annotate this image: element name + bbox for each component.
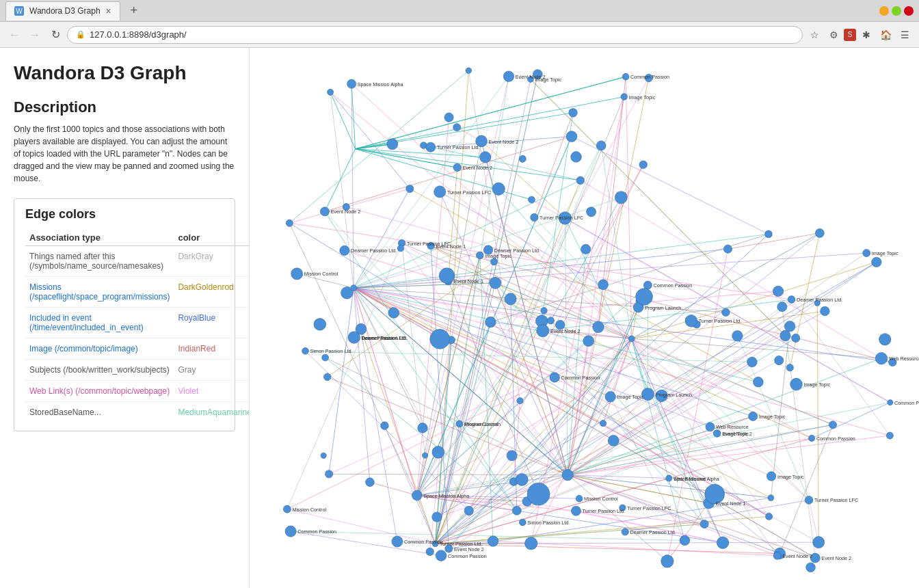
graph-node[interactable] <box>576 176 585 185</box>
graph-node[interactable] <box>464 506 473 515</box>
graph-node[interactable] <box>541 308 547 314</box>
close-button[interactable] <box>904 6 914 16</box>
assoc-type-cell[interactable]: Image (/common/topic/image) <box>25 338 174 359</box>
graph-node[interactable] <box>432 512 442 522</box>
graph-node[interactable] <box>323 373 331 381</box>
graph-node[interactable] <box>490 277 501 289</box>
graph-node[interactable] <box>749 412 758 420</box>
graph-node[interactable] <box>422 453 427 458</box>
graph-node[interactable] <box>747 357 758 367</box>
maximize-button[interactable] <box>892 6 901 16</box>
graph-node[interactable] <box>453 124 461 131</box>
graph-node[interactable] <box>636 289 653 306</box>
graph-node[interactable] <box>888 400 893 405</box>
graph-node[interactable] <box>348 332 360 343</box>
graph-node[interactable] <box>490 258 497 265</box>
graph-node[interactable] <box>397 245 404 252</box>
graph-node[interactable] <box>608 435 619 446</box>
back-button[interactable]: ← <box>5 26 23 44</box>
graph-node[interactable] <box>512 506 521 515</box>
graph-node[interactable] <box>773 286 783 296</box>
graph-area[interactable]: Common PassionCommon PassionWeb Resource… <box>250 48 919 588</box>
graph-node[interactable] <box>492 183 505 195</box>
graph-node[interactable] <box>430 329 450 349</box>
graph-node[interactable] <box>537 325 549 337</box>
graph-node[interactable] <box>821 306 830 316</box>
graph-node[interactable] <box>805 496 813 504</box>
graph-node[interactable] <box>829 421 836 429</box>
graph-node[interactable] <box>886 432 893 439</box>
graph-node[interactable] <box>788 296 795 304</box>
graph-node[interactable] <box>605 392 615 402</box>
graph-node[interactable] <box>600 420 606 427</box>
graph-node[interactable] <box>418 423 428 433</box>
graph-node[interactable] <box>581 244 591 254</box>
graph-node[interactable] <box>434 186 446 198</box>
graph-node[interactable] <box>786 364 793 371</box>
graph-node[interactable] <box>527 483 550 505</box>
assoc-type-cell[interactable]: Missions (/spaceflight/space_program/mis… <box>25 276 174 307</box>
graph-node[interactable] <box>732 331 743 342</box>
graph-node[interactable] <box>325 470 332 478</box>
graph-node[interactable] <box>576 495 583 502</box>
graph-node[interactable] <box>517 397 523 403</box>
graph-node[interactable] <box>286 219 293 226</box>
graph-node[interactable] <box>872 257 881 267</box>
address-bar[interactable]: 🔒 127.0.0.1:8898/d3graph/ <box>67 26 803 44</box>
graph-node[interactable] <box>328 89 334 95</box>
graph-node[interactable] <box>596 141 606 150</box>
tab-close-button[interactable]: × <box>106 5 111 16</box>
graph-node[interactable] <box>322 354 329 361</box>
graph-node[interactable] <box>571 506 581 516</box>
graph-node[interactable] <box>528 196 535 203</box>
assoc-type-cell[interactable]: Web Link(s) (/common/topic/webpage) <box>25 380 174 401</box>
new-tab-button[interactable]: + <box>124 1 144 21</box>
extension-button2[interactable]: 🏠 <box>877 26 894 44</box>
graph-node[interactable] <box>426 142 436 152</box>
graph-node[interactable] <box>519 155 526 162</box>
graph-node[interactable] <box>547 317 554 324</box>
graph-node[interactable] <box>598 280 609 290</box>
graph-node[interactable] <box>562 470 573 481</box>
graph-node[interactable] <box>767 472 776 481</box>
graph-node[interactable] <box>507 451 517 461</box>
graph-node[interactable] <box>531 213 538 221</box>
graph-node[interactable] <box>765 513 772 520</box>
graph-node[interactable] <box>700 520 708 528</box>
graph-node[interactable] <box>302 347 309 354</box>
graph-node[interactable] <box>661 555 674 568</box>
graph-node[interactable] <box>320 207 329 216</box>
graph-node[interactable] <box>479 152 490 163</box>
graph-node[interactable] <box>784 321 795 332</box>
reload-button[interactable]: ↻ <box>46 26 64 44</box>
graph-node[interactable] <box>436 550 447 561</box>
graph-node[interactable] <box>381 422 389 430</box>
graph-node[interactable] <box>685 315 697 327</box>
graph-node[interactable] <box>775 356 784 364</box>
graph-node[interactable] <box>505 293 516 305</box>
graph-node[interactable] <box>639 161 648 169</box>
graph-node[interactable] <box>285 526 296 537</box>
graph-node[interactable] <box>593 321 604 332</box>
graph-node[interactable] <box>340 245 349 255</box>
forward-button[interactable]: → <box>26 26 44 44</box>
graph-node[interactable] <box>790 378 803 390</box>
graph-node[interactable] <box>806 563 816 572</box>
graph-node[interactable] <box>351 285 357 291</box>
graph-node[interactable] <box>476 252 483 259</box>
graph-node[interactable] <box>666 475 672 481</box>
graph-node[interactable] <box>777 302 787 312</box>
graph-node[interactable] <box>780 330 790 340</box>
graph-node[interactable] <box>680 535 690 546</box>
graph-node[interactable] <box>283 505 291 513</box>
graph-node[interactable] <box>765 230 773 238</box>
settings-button[interactable]: ⚙ <box>825 26 842 44</box>
graph-node[interactable] <box>587 207 596 217</box>
graph-node[interactable] <box>643 281 652 289</box>
nodes-layer[interactable]: Common PassionCommon PassionWeb Resource… <box>283 68 919 572</box>
graph-node[interactable] <box>456 420 463 427</box>
graph-node[interactable] <box>516 473 528 485</box>
graph-node[interactable] <box>773 552 781 559</box>
graph-node[interactable] <box>466 68 472 74</box>
graph-node[interactable] <box>815 228 824 237</box>
